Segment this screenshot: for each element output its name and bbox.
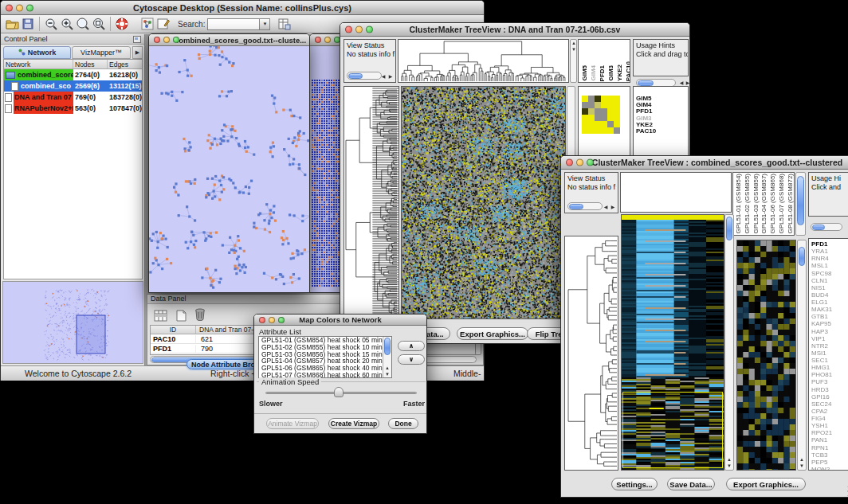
minimize-icon[interactable]: [163, 37, 170, 43]
scroll-down-icon[interactable]: ▼: [384, 372, 391, 377]
tv2-gene-label[interactable]: PEP5: [810, 459, 832, 466]
tv2-gene-label[interactable]: HAP3: [810, 328, 832, 335]
tv2-gene-label[interactable]: MSI1: [810, 350, 832, 357]
float-panel-icon[interactable]: [133, 36, 141, 45]
scroll-down-icon[interactable]: ▼: [571, 47, 577, 52]
save-icon[interactable]: [20, 16, 36, 32]
minimize-icon[interactable]: [324, 37, 331, 43]
tv2-gene-label[interactable]: RPO21: [810, 429, 832, 436]
zoom-selected-icon[interactable]: [91, 16, 107, 32]
tv2-settings-button[interactable]: Settings...: [611, 478, 658, 490]
scroll-thumb[interactable]: [638, 80, 654, 86]
edges-column-header[interactable]: Edges: [108, 60, 143, 68]
network-table-header[interactable]: Network Nodes Edges: [4, 60, 142, 69]
tv2-gene-label[interactable]: RNR4: [810, 255, 832, 262]
network-overview-canvas[interactable]: [3, 282, 143, 363]
tv2-export-graphics-button[interactable]: Export Graphics...: [726, 478, 806, 490]
create-vizmap-button[interactable]: Create Vizmap: [328, 418, 379, 429]
attribute-browser-icon[interactable]: [277, 16, 292, 32]
tv2-column-label[interactable]: GPL51-07 (GSM868): [777, 174, 786, 234]
animate-vizmap-button[interactable]: Animate Vizmap: [266, 418, 319, 429]
close-icon[interactable]: [6, 4, 13, 11]
scroll-left-icon[interactable]: ◀: [678, 80, 685, 85]
scroll-up-icon[interactable]: ▲: [726, 457, 732, 462]
tv2-heatmap-vscrollbar[interactable]: ▲ ▼: [724, 214, 734, 471]
tv2-heatmap-view[interactable]: [621, 214, 724, 471]
tv1-column-label[interactable]: YKE2: [615, 64, 624, 81]
tv2-gene-label[interactable]: GTB1: [810, 313, 832, 320]
tv2-gene-label[interactable]: SPC98: [810, 270, 832, 277]
tv1-header-vscrollbar[interactable]: ▲ ▼: [570, 39, 577, 83]
tv2-zoom-heatmap[interactable]: [736, 240, 796, 471]
background-network-titlebar[interactable]: [310, 34, 344, 46]
scroll-thumb[interactable]: [812, 225, 825, 230]
annotation-icon[interactable]: [155, 16, 171, 32]
move-down-button[interactable]: ∨: [398, 354, 425, 365]
tv2-gene-label[interactable]: TCB3: [810, 451, 832, 459]
tv1-column-label[interactable]: GIM5: [580, 65, 589, 81]
scroll-left-icon[interactable]: ◀: [380, 74, 387, 79]
close-icon[interactable]: [345, 26, 352, 33]
tv1-heatmap-view[interactable]: [401, 86, 566, 319]
done-button[interactable]: Done: [388, 418, 418, 429]
network-table-row[interactable]: RNAPuberNov2+I 563(0) 107847(0): [4, 103, 142, 114]
tv2-status-scrollbar[interactable]: [567, 202, 603, 210]
network-table-row[interactable]: DNA and Tran 07 769(0) 183728(0): [4, 92, 142, 103]
tv2-gene-label[interactable]: VIP1: [810, 335, 832, 342]
help-lifering-icon[interactable]: [114, 16, 130, 32]
background-network-canvas[interactable]: [310, 46, 344, 292]
network-view-titlebar[interactable]: combined_scores_good.txt--cluste...: [149, 34, 309, 46]
tv2-gene-label[interactable]: MSL1: [810, 262, 832, 269]
minimize-icon[interactable]: [16, 4, 23, 11]
tv1-export-graphics-button[interactable]: Export Graphics...: [457, 327, 528, 340]
tv1-column-dendrogram[interactable]: [398, 39, 569, 83]
tv1-column-label[interactable]: PAC10: [624, 61, 630, 81]
zoom-window-icon[interactable]: [587, 159, 594, 166]
minimize-icon[interactable]: [269, 317, 275, 323]
close-icon[interactable]: [566, 159, 573, 166]
tv2-gene-label[interactable]: FIG4: [810, 415, 832, 422]
tv2-gene-label[interactable]: HRD3: [810, 386, 832, 393]
attribute-list-vscrollbar[interactable]: ▲ ▼: [383, 337, 391, 377]
tv2-column-label[interactable]: GPL51-01 (GSM854): [734, 174, 743, 234]
tv2-gene-label[interactable]: SEC24: [810, 400, 832, 408]
new-attribute-icon[interactable]: [173, 307, 189, 323]
tv2-gene-label[interactable]: YSH1: [810, 422, 832, 429]
close-icon[interactable]: [315, 37, 321, 43]
tv2-column-label[interactable]: GPL51-02 (GSM855): [743, 174, 752, 234]
select-attributes-icon[interactable]: [152, 307, 168, 323]
tv2-gene-label[interactable]: SEC1: [810, 357, 832, 364]
search-dropdown-button[interactable]: ▼: [260, 18, 270, 30]
treeview1-titlebar[interactable]: ClusterMaker TreeView : DNA and Tran 07-…: [340, 23, 689, 37]
main-title-bar[interactable]: Cytoscape Desktop (Session Name: collins…: [1, 1, 484, 15]
scroll-up-icon[interactable]: ▲: [799, 457, 805, 462]
zoom-window-icon[interactable]: [173, 37, 179, 43]
network-name-cell[interactable]: DNA and Tran 07: [4, 92, 73, 103]
attribute-listbox[interactable]: GPL51-01 (GSM854) heat shock 05 minGPL51…: [258, 336, 392, 378]
network-column-header[interactable]: Network: [4, 60, 73, 68]
tv2-column-label[interactable]: GPL51-06 (GSM865): [768, 174, 777, 234]
tv1-row-dendrogram[interactable]: [344, 86, 399, 319]
tv2-gene-label[interactable]: NIS1: [810, 284, 832, 291]
zoom-in-icon[interactable]: [59, 16, 75, 32]
tv2-header-vscrollbar[interactable]: [795, 172, 806, 236]
tv2-gene-label[interactable]: BUD4: [810, 291, 832, 299]
nodes-column-header[interactable]: Nodes: [73, 60, 108, 68]
delete-attribute-icon[interactable]: [192, 307, 208, 322]
scroll-thumb[interactable]: [799, 247, 805, 266]
tv2-gene-label[interactable]: RPN1: [810, 444, 832, 451]
map-colors-titlebar[interactable]: Map Colors to Network: [254, 315, 426, 326]
network-name-cell[interactable]: RNAPuberNov2+I: [4, 103, 73, 114]
scroll-right-icon[interactable]: ▶: [387, 74, 394, 79]
scroll-up-icon[interactable]: ▲: [571, 41, 577, 45]
tab-network[interactable]: Network: [3, 46, 71, 59]
search-input[interactable]: [207, 18, 260, 30]
open-file-icon[interactable]: [4, 16, 20, 32]
tv1-status-scrollbar[interactable]: [347, 72, 382, 80]
tv2-hints-scrollbar[interactable]: [811, 223, 842, 231]
network-table-row[interactable]: combined_sco 2569(6) 13112(15): [4, 80, 142, 92]
tv1-row-label[interactable]: PAC10: [636, 128, 656, 135]
tv1-column-label[interactable]: PFD1: [598, 65, 607, 81]
tv2-gene-label[interactable]: PAN1: [810, 436, 832, 443]
tv2-gene-label[interactable]: CPA2: [810, 408, 832, 415]
